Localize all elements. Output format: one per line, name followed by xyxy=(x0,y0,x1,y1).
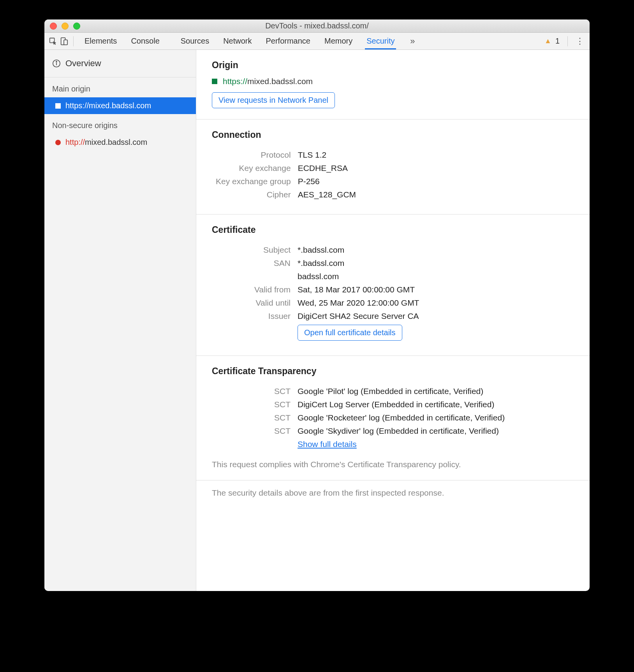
info-icon xyxy=(52,59,61,68)
ct-compliance-note: This request complies with Chrome's Cert… xyxy=(212,460,574,469)
subject-label: Subject xyxy=(216,245,298,255)
issuer-label: Issuer xyxy=(216,311,298,321)
footer-note: The security details above are from the … xyxy=(196,480,590,505)
sct-value: Google 'Rocketeer' log (Embedded in cert… xyxy=(298,413,505,422)
origin-section: Origin https://mixed.badssl.com View req… xyxy=(196,50,590,120)
security-sidebar: Overview Main origin https://mixed.badss… xyxy=(44,50,196,591)
minimize-window-icon[interactable] xyxy=(62,23,69,30)
devtools-toolbar: Elements Console Sources Network Perform… xyxy=(44,33,590,50)
valid-until-value: Wed, 25 Mar 2020 12:00:00 GMT xyxy=(298,298,419,308)
svg-rect-2 xyxy=(64,40,67,45)
certificate-transparency-section: Certificate Transparency SCTGoogle 'Pilo… xyxy=(196,356,590,480)
origin-url-line: https://mixed.badssl.com xyxy=(212,77,574,86)
devtools-tabs: Elements Console Sources Network Perform… xyxy=(83,33,544,49)
certificate-section: Certificate Subject*.badssl.com SAN*.bad… xyxy=(196,215,590,356)
key-exchange-group-value: P-256 xyxy=(298,177,356,186)
connection-heading: Connection xyxy=(212,130,574,140)
device-toggle-icon[interactable] xyxy=(58,36,69,47)
main-origin-label: Main origin xyxy=(44,77,196,97)
san-value-1: *.badssl.com xyxy=(298,259,419,268)
sidebar-overview[interactable]: Overview xyxy=(44,50,196,77)
window-title: DevTools - mixed.badssl.com/ xyxy=(44,21,590,30)
key-exchange-group-label: Key exchange group xyxy=(216,177,298,186)
toolbar-separator xyxy=(567,36,568,46)
devtools-window: DevTools - mixed.badssl.com/ Elements Co… xyxy=(44,19,590,591)
tab-sources[interactable]: Sources xyxy=(179,33,211,49)
sct-value: DigiCert Log Server (Embedded in certifi… xyxy=(298,400,505,409)
insecure-indicator-icon xyxy=(55,140,61,145)
kebab-menu-icon[interactable]: ⋮ xyxy=(576,36,584,46)
sidebar-item-main-origin[interactable]: https://mixed.badssl.com xyxy=(44,97,196,114)
traffic-lights xyxy=(50,23,80,30)
origin-url: https://mixed.badssl.com xyxy=(65,101,151,110)
origin-heading: Origin xyxy=(212,60,574,70)
valid-from-value: Sat, 18 Mar 2017 00:00:00 GMT xyxy=(298,285,419,294)
sct-label: SCT xyxy=(216,413,298,422)
sct-label: SCT xyxy=(216,400,298,409)
warning-count[interactable]: 1 xyxy=(555,37,560,46)
protocol-label: Protocol xyxy=(216,150,298,160)
close-window-icon[interactable] xyxy=(50,23,57,30)
view-requests-button[interactable]: View requests in Network Panel xyxy=(212,92,335,108)
san-value-2: badssl.com xyxy=(298,272,419,281)
maximize-window-icon[interactable] xyxy=(73,23,80,30)
san-label: SAN xyxy=(216,259,298,268)
sidebar-item-nonsecure-origin[interactable]: http://mixed.badssl.com xyxy=(44,134,196,151)
subject-value: *.badssl.com xyxy=(298,245,419,255)
tab-memory[interactable]: Memory xyxy=(323,33,354,49)
tab-elements[interactable]: Elements xyxy=(83,33,118,49)
titlebar: DevTools - mixed.badssl.com/ xyxy=(44,19,590,33)
show-full-details-link[interactable]: Show full details xyxy=(298,440,357,449)
sct-label: SCT xyxy=(216,387,298,396)
overview-label: Overview xyxy=(65,58,101,69)
toolbar-right: ▲ 1 ⋮ xyxy=(544,36,586,46)
secure-indicator-icon xyxy=(212,79,217,84)
cipher-value: AES_128_GCM xyxy=(298,190,356,199)
warning-icon[interactable]: ▲ xyxy=(544,37,551,45)
sct-value: Google 'Pilot' log (Embedded in certific… xyxy=(298,387,505,396)
sct-label: SCT xyxy=(216,426,298,436)
certificate-heading: Certificate xyxy=(212,225,574,235)
key-exchange-label: Key exchange xyxy=(216,164,298,173)
protocol-value: TLS 1.2 xyxy=(298,150,356,160)
key-exchange-value: ECDHE_RSA xyxy=(298,164,356,173)
sct-value: Google 'Skydiver' log (Embedded in certi… xyxy=(298,426,505,436)
svg-point-5 xyxy=(56,61,57,62)
tab-console[interactable]: Console xyxy=(129,33,161,49)
connection-section: Connection ProtocolTLS 1.2 Key exchangeE… xyxy=(196,120,590,215)
secure-indicator-icon xyxy=(55,103,61,109)
tab-performance[interactable]: Performance xyxy=(264,33,312,49)
more-tabs-icon[interactable]: » xyxy=(407,36,418,47)
valid-until-label: Valid until xyxy=(216,298,298,308)
inspect-element-icon[interactable] xyxy=(48,36,58,47)
security-details-pane: Origin https://mixed.badssl.com View req… xyxy=(196,50,590,591)
tab-network[interactable]: Network xyxy=(222,33,253,49)
nonsecure-origins-label: Non-secure origins xyxy=(44,114,196,134)
valid-from-label: Valid from xyxy=(216,285,298,294)
origin-url: http://mixed.badssl.com xyxy=(65,138,147,147)
cipher-label: Cipher xyxy=(216,190,298,199)
issuer-value: DigiCert SHA2 Secure Server CA xyxy=(298,311,419,321)
tab-security[interactable]: Security xyxy=(365,33,396,49)
ct-heading: Certificate Transparency xyxy=(212,366,574,376)
toolbar-separator xyxy=(73,36,74,46)
open-certificate-details-button[interactable]: Open full certificate details xyxy=(298,325,402,341)
